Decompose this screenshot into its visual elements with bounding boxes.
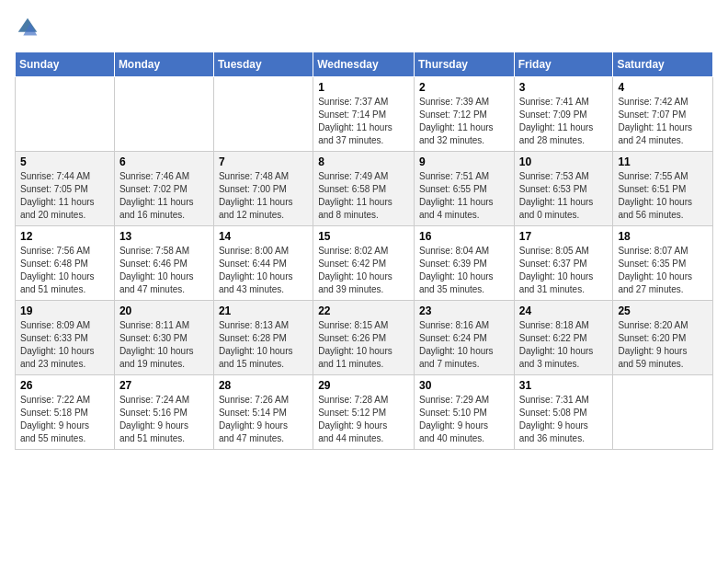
day-number: 24: [519, 304, 609, 317]
calendar-cell: [114, 77, 213, 152]
day-number: 31: [519, 379, 609, 392]
day-number: 12: [20, 230, 109, 243]
day-info: Sunrise: 7:22 AM Sunset: 5:18 PM Dayligh…: [20, 394, 109, 445]
day-number: 9: [419, 155, 509, 168]
day-info: Sunrise: 7:55 AM Sunset: 6:51 PM Dayligh…: [618, 170, 708, 222]
day-number: 29: [318, 379, 409, 392]
day-info: Sunrise: 7:28 AM Sunset: 5:12 PM Dayligh…: [318, 394, 409, 445]
day-number: 11: [618, 155, 708, 168]
day-number: 14: [219, 230, 308, 243]
day-header-wednesday: Wednesday: [313, 52, 415, 77]
logo: [15, 15, 42, 40]
day-info: Sunrise: 8:15 AM Sunset: 6:26 PM Dayligh…: [318, 319, 409, 371]
calendar-cell: 31Sunrise: 7:31 AM Sunset: 5:08 PM Dayli…: [514, 375, 613, 450]
calendar-week-row: 1Sunrise: 7:37 AM Sunset: 7:14 PM Daylig…: [16, 77, 713, 152]
calendar-week-row: 5Sunrise: 7:44 AM Sunset: 7:05 PM Daylig…: [16, 152, 713, 226]
calendar-cell: 3Sunrise: 7:41 AM Sunset: 7:09 PM Daylig…: [514, 77, 613, 152]
calendar-cell: 28Sunrise: 7:26 AM Sunset: 5:14 PM Dayli…: [213, 375, 313, 450]
day-header-saturday: Saturday: [613, 52, 713, 77]
calendar-week-row: 26Sunrise: 7:22 AM Sunset: 5:18 PM Dayli…: [16, 375, 713, 450]
day-info: Sunrise: 7:39 AM Sunset: 7:12 PM Dayligh…: [419, 96, 509, 147]
calendar-cell: 18Sunrise: 8:07 AM Sunset: 6:35 PM Dayli…: [613, 226, 713, 301]
day-number: 7: [219, 155, 308, 168]
day-number: 5: [20, 155, 109, 168]
day-header-sunday: Sunday: [16, 52, 115, 77]
day-number: 3: [519, 81, 609, 94]
calendar-cell: 17Sunrise: 8:05 AM Sunset: 6:37 PM Dayli…: [514, 226, 613, 301]
calendar-cell: 14Sunrise: 8:00 AM Sunset: 6:44 PM Dayli…: [213, 226, 313, 301]
calendar-cell: 7Sunrise: 7:48 AM Sunset: 7:00 PM Daylig…: [213, 152, 313, 226]
calendar-cell: [613, 375, 713, 450]
day-number: 1: [318, 81, 409, 94]
day-info: Sunrise: 7:56 AM Sunset: 6:48 PM Dayligh…: [20, 245, 109, 296]
day-info: Sunrise: 8:11 AM Sunset: 6:30 PM Dayligh…: [119, 319, 209, 371]
calendar-cell: 5Sunrise: 7:44 AM Sunset: 7:05 PM Daylig…: [16, 152, 115, 226]
calendar-cell: [16, 77, 115, 152]
calendar-cell: 15Sunrise: 8:02 AM Sunset: 6:42 PM Dayli…: [313, 226, 415, 301]
calendar-header-row: SundayMondayTuesdayWednesdayThursdayFrid…: [16, 52, 713, 77]
calendar-table: SundayMondayTuesdayWednesdayThursdayFrid…: [15, 52, 713, 450]
day-info: Sunrise: 7:58 AM Sunset: 6:46 PM Dayligh…: [119, 245, 209, 296]
calendar-cell: 23Sunrise: 8:16 AM Sunset: 6:24 PM Dayli…: [414, 301, 514, 375]
day-info: Sunrise: 7:44 AM Sunset: 7:05 PM Dayligh…: [20, 170, 109, 222]
day-number: 28: [219, 379, 308, 392]
day-info: Sunrise: 8:07 AM Sunset: 6:35 PM Dayligh…: [618, 245, 708, 296]
day-header-friday: Friday: [514, 52, 613, 77]
day-header-tuesday: Tuesday: [213, 52, 313, 77]
day-number: 19: [20, 304, 109, 317]
day-info: Sunrise: 7:42 AM Sunset: 7:07 PM Dayligh…: [618, 96, 708, 147]
day-info: Sunrise: 8:20 AM Sunset: 6:20 PM Dayligh…: [618, 319, 708, 371]
day-info: Sunrise: 7:37 AM Sunset: 7:14 PM Dayligh…: [318, 96, 409, 147]
calendar-cell: 11Sunrise: 7:55 AM Sunset: 6:51 PM Dayli…: [613, 152, 713, 226]
day-number: 30: [419, 379, 509, 392]
calendar-cell: 19Sunrise: 8:09 AM Sunset: 6:33 PM Dayli…: [16, 301, 115, 375]
calendar-cell: 29Sunrise: 7:28 AM Sunset: 5:12 PM Dayli…: [313, 375, 415, 450]
calendar-cell: 13Sunrise: 7:58 AM Sunset: 6:46 PM Dayli…: [114, 226, 213, 301]
day-number: 16: [419, 230, 509, 243]
calendar-cell: 27Sunrise: 7:24 AM Sunset: 5:16 PM Dayli…: [114, 375, 213, 450]
day-number: 21: [219, 304, 308, 317]
day-info: Sunrise: 7:24 AM Sunset: 5:16 PM Dayligh…: [119, 394, 209, 445]
day-number: 10: [519, 155, 609, 168]
day-number: 15: [318, 230, 409, 243]
day-number: 6: [119, 155, 209, 168]
calendar-cell: 2Sunrise: 7:39 AM Sunset: 7:12 PM Daylig…: [414, 77, 514, 152]
day-number: 2: [419, 81, 509, 94]
day-info: Sunrise: 8:18 AM Sunset: 6:22 PM Dayligh…: [519, 319, 609, 371]
day-number: 20: [119, 304, 209, 317]
day-info: Sunrise: 7:46 AM Sunset: 7:02 PM Dayligh…: [119, 170, 209, 222]
calendar-cell: 25Sunrise: 8:20 AM Sunset: 6:20 PM Dayli…: [613, 301, 713, 375]
day-info: Sunrise: 7:31 AM Sunset: 5:08 PM Dayligh…: [519, 394, 609, 445]
calendar-cell: 8Sunrise: 7:49 AM Sunset: 6:58 PM Daylig…: [313, 152, 415, 226]
calendar-cell: 12Sunrise: 7:56 AM Sunset: 6:48 PM Dayli…: [16, 226, 115, 301]
day-info: Sunrise: 8:05 AM Sunset: 6:37 PM Dayligh…: [519, 245, 609, 296]
calendar-cell: 16Sunrise: 8:04 AM Sunset: 6:39 PM Dayli…: [414, 226, 514, 301]
day-number: 18: [618, 230, 708, 243]
day-number: 4: [618, 81, 708, 94]
calendar-cell: 24Sunrise: 8:18 AM Sunset: 6:22 PM Dayli…: [514, 301, 613, 375]
day-info: Sunrise: 7:26 AM Sunset: 5:14 PM Dayligh…: [219, 394, 308, 445]
calendar-cell: 21Sunrise: 8:13 AM Sunset: 6:28 PM Dayli…: [213, 301, 313, 375]
day-info: Sunrise: 8:13 AM Sunset: 6:28 PM Dayligh…: [219, 319, 308, 371]
day-info: Sunrise: 8:00 AM Sunset: 6:44 PM Dayligh…: [219, 245, 308, 296]
day-number: 23: [419, 304, 509, 317]
day-info: Sunrise: 8:09 AM Sunset: 6:33 PM Dayligh…: [20, 319, 109, 371]
calendar-week-row: 12Sunrise: 7:56 AM Sunset: 6:48 PM Dayli…: [16, 226, 713, 301]
day-number: 17: [519, 230, 609, 243]
logo-icon: [15, 15, 40, 40]
day-info: Sunrise: 7:53 AM Sunset: 6:53 PM Dayligh…: [519, 170, 609, 222]
calendar-cell: 1Sunrise: 7:37 AM Sunset: 7:14 PM Daylig…: [313, 77, 415, 152]
calendar-cell: 26Sunrise: 7:22 AM Sunset: 5:18 PM Dayli…: [16, 375, 115, 450]
day-number: 26: [20, 379, 109, 392]
calendar-cell: [213, 77, 313, 152]
day-number: 22: [318, 304, 409, 317]
day-header-monday: Monday: [114, 52, 213, 77]
calendar-cell: 20Sunrise: 8:11 AM Sunset: 6:30 PM Dayli…: [114, 301, 213, 375]
day-info: Sunrise: 7:41 AM Sunset: 7:09 PM Dayligh…: [519, 96, 609, 147]
day-info: Sunrise: 8:02 AM Sunset: 6:42 PM Dayligh…: [318, 245, 409, 296]
calendar-cell: 22Sunrise: 8:15 AM Sunset: 6:26 PM Dayli…: [313, 301, 415, 375]
calendar-cell: 9Sunrise: 7:51 AM Sunset: 6:55 PM Daylig…: [414, 152, 514, 226]
calendar-cell: 4Sunrise: 7:42 AM Sunset: 7:07 PM Daylig…: [613, 77, 713, 152]
calendar-week-row: 19Sunrise: 8:09 AM Sunset: 6:33 PM Dayli…: [16, 301, 713, 375]
day-number: 8: [318, 155, 409, 168]
